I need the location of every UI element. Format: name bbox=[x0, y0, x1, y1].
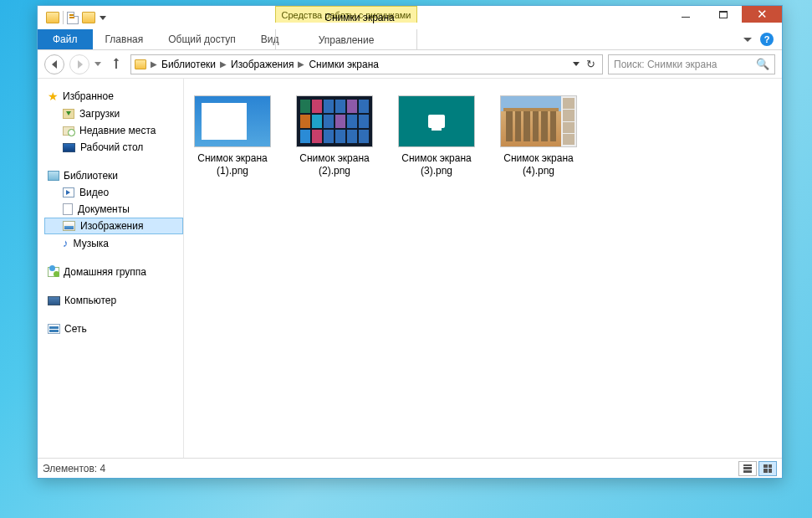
details-view-button[interactable] bbox=[738, 461, 757, 476]
computer-icon bbox=[48, 296, 60, 305]
nav-label: Изображения bbox=[80, 220, 143, 232]
maximize-icon bbox=[719, 11, 728, 18]
file-item[interactable]: Снимок экрана (3).png bbox=[396, 95, 477, 177]
separator bbox=[63, 11, 64, 24]
tab-share[interactable]: Общий доступ bbox=[156, 29, 248, 49]
minimize-icon bbox=[682, 17, 690, 18]
navigation-pane: ★ Избранное Загрузки Недавние места Рабо… bbox=[38, 79, 184, 458]
music-icon: ♪ bbox=[63, 237, 69, 249]
libraries-icon bbox=[48, 171, 59, 181]
nav-item-videos[interactable]: Видео bbox=[44, 184, 183, 201]
close-icon: ✕ bbox=[757, 10, 768, 18]
nav-network[interactable]: Сеть bbox=[44, 321, 183, 337]
file-item[interactable]: Снимок экрана (2).png bbox=[294, 95, 375, 177]
nav-label: Видео bbox=[79, 187, 109, 198]
search-icon[interactable]: 🔍 bbox=[756, 58, 769, 70]
nav-label: Недавние места bbox=[79, 125, 156, 136]
downloads-icon bbox=[63, 109, 74, 119]
nav-label: Домашняя группа bbox=[64, 266, 146, 278]
breadcrumb-screenshots[interactable]: Снимки экрана bbox=[307, 59, 380, 70]
address-dropdown-icon[interactable] bbox=[573, 62, 580, 66]
file-name: Снимок экрана (3).png bbox=[396, 152, 477, 177]
list-icon bbox=[743, 464, 752, 473]
tab-file[interactable]: Файл bbox=[38, 29, 93, 49]
file-name: Снимок экрана (2).png bbox=[294, 152, 375, 177]
nav-item-downloads[interactable]: Загрузки bbox=[44, 105, 183, 122]
crumb-chevron-icon[interactable]: ▶ bbox=[148, 59, 160, 69]
content-pane[interactable]: Снимок экрана (1).png Снимок экрана (2).… bbox=[184, 79, 782, 458]
history-dropdown[interactable] bbox=[94, 62, 101, 66]
ribbon-collapse-icon[interactable] bbox=[743, 38, 752, 42]
window-controls: ✕ bbox=[666, 6, 782, 29]
nav-label: Библиотеки bbox=[64, 170, 118, 182]
file-name: Снимок экрана (1).png bbox=[192, 152, 273, 177]
grid-icon bbox=[763, 464, 772, 473]
nav-item-desktop[interactable]: Рабочий стол bbox=[44, 139, 183, 156]
nav-computer[interactable]: Компьютер bbox=[44, 292, 183, 309]
nav-favorites[interactable]: ★ Избранное bbox=[44, 87, 183, 105]
folder-icon[interactable] bbox=[46, 12, 59, 23]
recent-icon bbox=[63, 126, 74, 136]
network-icon bbox=[48, 324, 60, 334]
search-box[interactable]: 🔍 bbox=[608, 54, 775, 74]
thumbnail bbox=[296, 95, 373, 147]
nav-label: Избранное bbox=[63, 90, 114, 102]
context-tab: Средства работы с рисунками bbox=[275, 6, 417, 23]
crumb-chevron-icon[interactable]: ▶ bbox=[295, 59, 307, 69]
icons-view-button[interactable] bbox=[758, 461, 777, 476]
refresh-button[interactable]: ↻ bbox=[586, 58, 595, 70]
forward-button[interactable] bbox=[69, 54, 89, 74]
minimize-button[interactable] bbox=[666, 6, 704, 23]
nav-item-recent[interactable]: Недавние места bbox=[44, 122, 183, 139]
view-mode-toggles bbox=[738, 461, 777, 476]
nav-label: Документы bbox=[78, 203, 130, 215]
nav-libraries[interactable]: Библиотеки bbox=[44, 167, 183, 184]
new-folder-icon[interactable] bbox=[82, 12, 95, 23]
breadcrumb-libraries[interactable]: Библиотеки bbox=[160, 59, 217, 70]
tab-manage[interactable]: Управление bbox=[275, 29, 417, 50]
nav-group-homegroup: Домашняя группа bbox=[44, 264, 183, 280]
tab-home[interactable]: Главная bbox=[93, 29, 156, 49]
search-input[interactable] bbox=[614, 59, 756, 70]
documents-icon bbox=[63, 203, 73, 215]
close-button[interactable]: ✕ bbox=[742, 6, 782, 23]
nav-item-documents[interactable]: Документы bbox=[44, 201, 183, 218]
maximize-button[interactable] bbox=[704, 6, 742, 23]
crumb-chevron-icon[interactable]: ▶ bbox=[217, 59, 229, 69]
nav-group-libraries: Библиотеки Видео Документы Изображения ♪… bbox=[44, 167, 183, 252]
explorer-window: Средства работы с рисунками Снимки экран… bbox=[37, 5, 783, 479]
pictures-icon bbox=[63, 221, 75, 231]
file-item[interactable]: Снимок экрана (4).png bbox=[498, 95, 579, 177]
navigation-bar: 🠕 ▶ Библиотеки ▶ Изображения ▶ Снимки эк… bbox=[38, 50, 782, 79]
file-name: Снимок экрана (4).png bbox=[498, 152, 579, 177]
qat-chevron-icon[interactable] bbox=[100, 16, 106, 20]
ribbon: Файл Главная Общий доступ Вид Управление… bbox=[38, 29, 782, 50]
file-item[interactable]: Снимок экрана (1).png bbox=[192, 95, 273, 177]
star-icon: ★ bbox=[48, 90, 59, 103]
nav-item-pictures[interactable]: Изображения bbox=[44, 218, 183, 234]
title-bar: Средства работы с рисунками Снимки экран… bbox=[38, 6, 782, 29]
arrow-right-icon bbox=[78, 60, 83, 69]
thumbnail bbox=[398, 95, 475, 147]
back-button[interactable] bbox=[44, 54, 64, 74]
nav-item-music[interactable]: ♪ Музыка bbox=[44, 234, 183, 252]
address-bar[interactable]: ▶ Библиотеки ▶ Изображения ▶ Снимки экра… bbox=[130, 54, 603, 74]
quick-access-toolbar bbox=[41, 11, 111, 24]
nav-label: Компьютер bbox=[64, 295, 116, 306]
up-button[interactable]: 🠕 bbox=[106, 57, 125, 71]
breadcrumb-pictures[interactable]: Изображения bbox=[229, 59, 295, 70]
thumbnail bbox=[500, 95, 577, 147]
file-grid: Снимок экрана (1).png Снимок экрана (2).… bbox=[192, 95, 782, 177]
properties-icon[interactable] bbox=[67, 12, 79, 24]
nav-group-network: Сеть bbox=[44, 321, 183, 337]
nav-label: Загрузки bbox=[79, 108, 120, 120]
arrow-left-icon bbox=[52, 60, 57, 69]
status-bar: Элементов: 4 bbox=[38, 458, 782, 478]
homegroup-icon bbox=[48, 267, 59, 277]
desktop-icon bbox=[63, 143, 75, 152]
nav-homegroup[interactable]: Домашняя группа bbox=[44, 264, 183, 280]
explorer-body: ★ Избранное Загрузки Недавние места Рабо… bbox=[38, 79, 782, 458]
nav-label: Рабочий стол bbox=[80, 141, 143, 153]
help-button[interactable]: ? bbox=[760, 33, 774, 46]
nav-group-computer: Компьютер bbox=[44, 292, 183, 309]
